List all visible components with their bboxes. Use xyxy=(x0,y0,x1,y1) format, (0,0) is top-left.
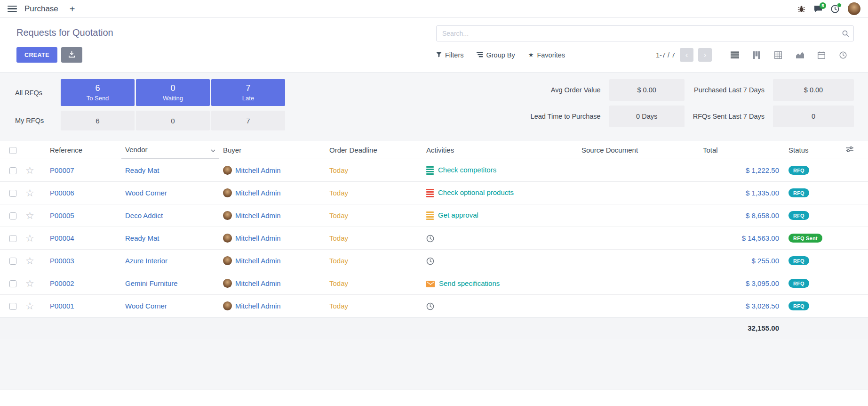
select-all-checkbox[interactable] xyxy=(9,147,16,154)
row-checkbox[interactable] xyxy=(9,258,16,265)
table-row[interactable]: ☆ P00006 Wood Corner Mitchell Admin Toda… xyxy=(0,182,868,204)
reference-link[interactable]: P00003 xyxy=(50,257,74,265)
activity-list-icon[interactable] xyxy=(426,211,434,220)
buyer-link[interactable]: Mitchell Admin xyxy=(235,234,281,242)
header-order-deadline[interactable]: Order Deadline xyxy=(326,141,422,159)
table-row[interactable]: ☆ P00004 Ready Mat Mitchell Admin Today … xyxy=(0,227,868,250)
vendor-link[interactable]: Wood Corner xyxy=(125,189,167,197)
header-total[interactable]: Total xyxy=(699,141,785,159)
filters-button[interactable]: Filters xyxy=(436,51,463,59)
vendor-link[interactable]: Gemini Furniture xyxy=(125,279,178,287)
user-avatar[interactable] xyxy=(848,2,860,15)
header-vendor[interactable]: Vendor xyxy=(121,141,219,159)
vendor-link[interactable]: Ready Mat xyxy=(125,166,159,174)
table-row[interactable]: ☆ P00005 Deco Addict Mitchell Admin Toda… xyxy=(0,204,868,227)
activities-clock-icon[interactable] xyxy=(831,5,839,13)
reference-link[interactable]: P00007 xyxy=(50,166,74,174)
favorite-star-icon[interactable]: ☆ xyxy=(25,300,34,311)
my-to-send-count[interactable]: 6 xyxy=(61,111,135,130)
reference-link[interactable]: P00006 xyxy=(50,189,74,197)
vendor-link[interactable]: Deco Addict xyxy=(125,211,163,219)
row-checkbox[interactable] xyxy=(9,235,16,242)
optional-columns-icon[interactable] xyxy=(842,141,868,159)
my-late-count[interactable]: 7 xyxy=(211,111,285,130)
row-checkbox[interactable] xyxy=(9,167,16,174)
favorite-star-icon[interactable]: ☆ xyxy=(25,165,34,176)
activity-view-button[interactable] xyxy=(832,48,854,63)
activity-list-icon[interactable] xyxy=(426,189,434,197)
activity-link[interactable]: Check optional products xyxy=(438,188,514,196)
row-checkbox[interactable] xyxy=(9,303,16,310)
activity-clock-icon[interactable] xyxy=(426,235,434,243)
buyer-link[interactable]: Mitchell Admin xyxy=(235,166,281,174)
menu-icon[interactable] xyxy=(8,6,17,12)
row-checkbox[interactable] xyxy=(9,280,16,287)
vendor-link[interactable]: Ready Mat xyxy=(125,234,159,242)
table-row[interactable]: ☆ P00007 Ready Mat Mitchell Admin Today … xyxy=(0,159,868,182)
buyer-avatar xyxy=(223,188,232,197)
buyer-avatar xyxy=(223,256,232,265)
list-view-button[interactable] xyxy=(724,48,746,63)
favorite-star-icon[interactable]: ☆ xyxy=(25,210,34,221)
vendor-link[interactable]: Azure Interior xyxy=(125,257,167,265)
activity-link[interactable]: Send specifications xyxy=(439,279,500,287)
group-by-button[interactable]: Group By xyxy=(477,51,515,59)
favorite-star-icon[interactable]: ☆ xyxy=(25,187,34,198)
buyer-avatar xyxy=(223,301,232,310)
header-reference[interactable]: Reference xyxy=(46,141,121,159)
debug-bug-icon[interactable] xyxy=(797,5,805,13)
buyer-link[interactable]: Mitchell Admin xyxy=(235,279,281,287)
reference-link[interactable]: P00004 xyxy=(50,234,74,242)
buyer-link[interactable]: Mitchell Admin xyxy=(235,211,281,219)
kanban-view-button[interactable] xyxy=(746,48,767,63)
card-to-send[interactable]: 6 To Send xyxy=(61,79,135,106)
pager-previous-button[interactable]: ‹ xyxy=(680,48,693,62)
row-checkbox[interactable] xyxy=(9,190,16,197)
table-row[interactable]: ☆ P00001 Wood Corner Mitchell Admin Toda… xyxy=(0,295,868,317)
favorite-star-icon[interactable]: ☆ xyxy=(25,255,34,266)
favorite-star-icon[interactable]: ☆ xyxy=(25,278,34,289)
reference-link[interactable]: P00005 xyxy=(50,211,74,219)
reference-link[interactable]: P00001 xyxy=(50,302,74,310)
card-late[interactable]: 7 Late xyxy=(211,79,285,106)
card-waiting[interactable]: 0 Waiting xyxy=(136,79,210,106)
activities-badge xyxy=(837,3,842,8)
export-button[interactable] xyxy=(61,47,82,63)
buyer-link[interactable]: Mitchell Admin xyxy=(235,189,281,197)
create-button[interactable]: CREATE xyxy=(16,47,57,63)
header-buyer[interactable]: Buyer xyxy=(219,141,326,159)
favorite-star-icon[interactable]: ☆ xyxy=(25,233,34,244)
buyer-link[interactable]: Mitchell Admin xyxy=(235,302,281,310)
search-input[interactable] xyxy=(436,25,854,41)
app-name[interactable]: Purchase xyxy=(24,4,58,14)
graph-view-button[interactable] xyxy=(789,48,811,63)
table-row[interactable]: ☆ P00003 Azure Interior Mitchell Admin T… xyxy=(0,250,868,272)
my-waiting-count[interactable]: 0 xyxy=(136,111,210,130)
messages-icon[interactable]: 5 xyxy=(814,5,822,13)
search-icon[interactable] xyxy=(842,30,849,39)
order-deadline: Today xyxy=(329,279,348,287)
source-document xyxy=(578,227,699,250)
favorites-button[interactable]: ★ Favorites xyxy=(528,51,565,59)
activity-mail-icon[interactable] xyxy=(426,281,435,287)
footer-total: 32,155.00 xyxy=(699,317,785,339)
buyer-link[interactable]: Mitchell Admin xyxy=(235,257,281,265)
header-source-document[interactable]: Source Document xyxy=(578,141,699,159)
table-row[interactable]: ☆ P00002 Gemini Furniture Mitchell Admin… xyxy=(0,272,868,295)
activity-link[interactable]: Get approval xyxy=(438,211,478,219)
row-checkbox[interactable] xyxy=(9,212,16,219)
pivot-view-button[interactable] xyxy=(767,48,789,63)
sort-chevron-icon[interactable] xyxy=(211,146,215,154)
activity-clock-icon[interactable] xyxy=(426,257,434,265)
header-status[interactable]: Status xyxy=(785,141,842,159)
purchased-last-7-days: $ 0.00 xyxy=(773,79,854,101)
pager-next-button[interactable]: › xyxy=(698,48,712,62)
plus-icon[interactable]: + xyxy=(70,4,75,14)
vendor-link[interactable]: Wood Corner xyxy=(125,302,167,310)
activity-clock-icon[interactable] xyxy=(426,302,434,310)
calendar-view-button[interactable] xyxy=(811,48,832,63)
header-activities[interactable]: Activities xyxy=(422,141,578,159)
activity-link[interactable]: Check competitors xyxy=(438,166,496,174)
reference-link[interactable]: P00002 xyxy=(50,279,74,287)
activity-list-icon[interactable] xyxy=(426,166,434,175)
